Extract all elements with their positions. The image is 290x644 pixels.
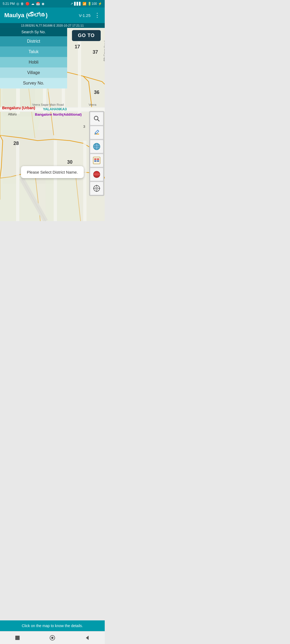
svg-rect-19 — [16, 141, 19, 221]
plot-number-37: 37 — [93, 49, 98, 55]
plot-number-30: 30 — [67, 159, 73, 165]
app-version: V-1.25 — [79, 13, 90, 18]
svg-point-24 — [94, 116, 98, 120]
status-left: 5:21 PM ◎ 🗑 🔴 ☁ 📅 ◉ — [3, 2, 44, 6]
signal-icon: ▋▋▋ — [74, 2, 81, 6]
district-label: Bengaluru (Urban) — [2, 106, 35, 110]
right-toolbar — [89, 111, 104, 196]
road-veera-sagar-label: Veera Sagar Main Road — [32, 103, 64, 106]
district-dropdown[interactable]: District — [0, 36, 67, 47]
plot-number-17: 17 — [75, 44, 80, 50]
charge-icon: ⚡ — [98, 2, 102, 6]
svg-marker-11 — [46, 171, 81, 221]
svg-point-38 — [93, 173, 100, 176]
globe-icon — [92, 142, 101, 151]
bangalore-north-label: Bangalore North(Additional) — [35, 112, 82, 116]
svg-point-45 — [96, 188, 97, 189]
wifi-icon: 📶 — [82, 2, 86, 6]
plot-number-28: 28 — [13, 141, 19, 146]
toast-text: Please Select District Name. — [27, 170, 78, 174]
app-header: Maulya (ಮೌಲ್ಯ) V-1.25 ⋮ — [0, 8, 105, 23]
survey-no-dropdown[interactable]: Survey No. — [0, 78, 67, 89]
header-right: V-1.25 ⋮ — [79, 12, 100, 19]
record-icon: ◉ — [42, 2, 44, 6]
status-bar: 5:21 PM ◎ 🗑 🔴 ☁ 📅 ◉ ↗ ▋▋▋ 📶 🔋100 ⚡ — [0, 0, 105, 8]
svg-rect-21 — [83, 141, 86, 221]
road-veera-label: Veera — [89, 103, 96, 106]
hobli-dropdown[interactable]: Hobli — [0, 57, 67, 68]
location-target-icon — [93, 184, 101, 192]
svg-rect-18 — [78, 41, 81, 114]
svg-rect-33 — [94, 159, 96, 160]
status-right: ↗ ▋▋▋ 📶 🔋100 ⚡ — [70, 2, 102, 6]
plot-number-36: 36 — [94, 90, 99, 95]
svg-rect-34 — [97, 159, 99, 160]
go-to-button[interactable]: GO TO — [72, 30, 101, 41]
edit-map-button[interactable] — [90, 126, 103, 139]
list-icon — [93, 156, 101, 164]
search-sy-label: Search Sy No. — [0, 28, 67, 36]
location-button[interactable] — [90, 182, 103, 195]
taluk-dropdown[interactable]: Taluk — [0, 47, 67, 57]
list-button[interactable] — [90, 154, 103, 167]
menu-button[interactable]: ⋮ — [94, 12, 100, 19]
globe-button[interactable] — [90, 140, 103, 153]
trash-icon: 🗑 — [21, 2, 24, 6]
apps-icon: 🔴 — [26, 2, 30, 6]
app-title: Maulya (ಮೌಲ್ಯ) — [4, 12, 48, 19]
arrow-icon: ↗ — [70, 2, 73, 6]
yalahanka-label: YALAHANKA3 — [43, 107, 67, 111]
layers-button[interactable] — [90, 168, 103, 181]
svg-line-25 — [97, 119, 99, 121]
map-container[interactable]: Search Sy No. District Taluk Hobli Villa… — [0, 28, 105, 221]
status-time: 5:21 PM — [3, 2, 15, 6]
search-panel: Search Sy No. District Taluk Hobli Villa… — [0, 28, 67, 89]
calendar-icon: 📅 — [36, 2, 40, 6]
layers-icon — [93, 170, 101, 178]
search-map-button[interactable] — [90, 112, 103, 125]
svg-rect-36 — [97, 160, 99, 162]
search-map-icon — [93, 115, 100, 122]
toast-message: Please Select District Name. — [21, 166, 84, 178]
cloud-icon: ☁ — [31, 2, 34, 6]
plot-number-3: 3 — [83, 125, 85, 129]
atturu-label: Atturu — [8, 112, 17, 116]
svg-rect-20 — [54, 141, 57, 221]
svg-rect-35 — [94, 160, 96, 162]
battery-icon: 🔋100 — [88, 2, 97, 6]
village-dropdown[interactable]: Village — [0, 68, 67, 78]
svg-rect-32 — [93, 157, 100, 164]
coordinates-bar: 13.093291 N,77.561686 E 2020-10-27 17:21… — [0, 23, 105, 28]
location-icon: ◎ — [16, 2, 19, 6]
edit-icon — [93, 129, 100, 136]
coordinates-text: 13.093291 N,77.561686 E 2020-10-27 17:21… — [21, 24, 84, 27]
